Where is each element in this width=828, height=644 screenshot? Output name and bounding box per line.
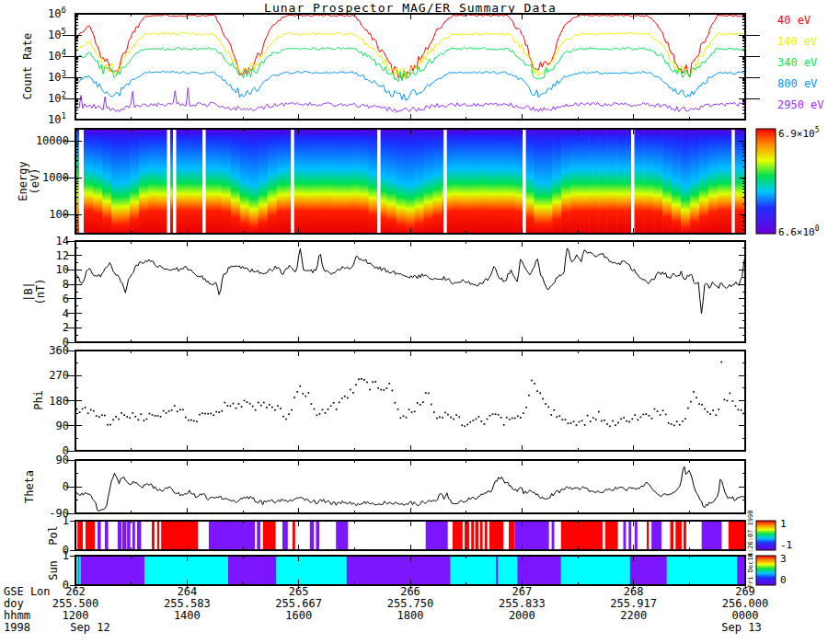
phi-dot: [690, 401, 692, 403]
phi-dot: [291, 409, 293, 411]
spectrogram-column: [249, 129, 259, 234]
strip-segment: [675, 521, 682, 550]
strip-segment: [282, 521, 288, 550]
phi-dot: [388, 383, 390, 385]
phi-dot: [587, 415, 589, 417]
y-axis-title-bfield: |B|(nT): [23, 279, 47, 305]
phi-dot: [464, 426, 466, 428]
plot-timestamp-line2: Fri Dec 4: [747, 553, 754, 588]
theta-panel: 900-90: [75, 460, 745, 513]
axis-box: [75, 351, 745, 451]
spectrogram-column: [524, 129, 535, 234]
strip-segment: [647, 521, 649, 550]
phi-dot: [623, 417, 625, 419]
phi-dot: [476, 419, 477, 420]
spectrogram-column: [360, 129, 370, 234]
x-tick-label: 1800: [397, 609, 424, 622]
phi-dot: [213, 414, 214, 416]
y-axis-title-text: Pol: [48, 525, 60, 546]
phi-dot: [444, 412, 446, 414]
strip-segment: [228, 556, 276, 585]
energy-spectrogram-panel: 100001000100: [75, 129, 745, 234]
colorbar-label-base: 6.6×10: [778, 226, 815, 238]
phi-dot: [218, 411, 220, 413]
strip-segment: [426, 521, 448, 550]
spectrogram-column: [497, 129, 507, 234]
phi-dot: [339, 402, 340, 404]
phi-dot: [433, 411, 435, 413]
phi-dot: [492, 413, 494, 415]
strip-segment: [476, 521, 479, 550]
y-tick-label: 0: [63, 480, 69, 493]
series-line-340eV: [75, 48, 745, 82]
phi-dot: [654, 408, 656, 410]
spectrogram-column: [718, 129, 728, 234]
phi-dot: [138, 419, 140, 420]
phi-dot: [174, 405, 176, 407]
phi-dot: [101, 414, 103, 416]
spectrogram-column: [607, 129, 617, 234]
phi-dot: [255, 409, 257, 411]
phi-dot: [523, 412, 524, 414]
phi-dot: [657, 410, 659, 412]
phi-dot: [352, 392, 354, 394]
phi-dot: [606, 423, 608, 425]
legend-item-40eV: 40 eV: [777, 14, 811, 27]
phi-dot: [531, 380, 533, 382]
legend-item-340eV: 340 eV: [777, 56, 817, 69]
phi-dot: [201, 412, 203, 414]
y-tick-label: 6: [63, 293, 69, 305]
phi-dot: [179, 409, 181, 411]
phi-dot: [274, 409, 276, 411]
strip-segment: [561, 521, 603, 550]
strip-segment: [293, 521, 295, 550]
legend-item-800eV: 800 eV: [777, 77, 817, 90]
bfield-line: [75, 248, 745, 314]
theta-line: [75, 466, 745, 511]
sun-colorbar: [756, 556, 776, 585]
strip-segment: [161, 521, 198, 550]
phi-dot: [288, 413, 290, 415]
phi-dot: [559, 415, 561, 417]
phi-dot: [369, 389, 371, 391]
y-tick-label: 180: [49, 395, 69, 408]
phi-dot: [383, 389, 385, 391]
phi-dot: [512, 418, 513, 420]
x-tick-label: 256.000: [722, 597, 769, 610]
phi-dot: [442, 417, 443, 419]
phi-dot: [687, 408, 689, 409]
strip-segment: [98, 521, 101, 550]
phi-dot: [188, 420, 190, 421]
y-axis-title-count-rate: Count Rate: [22, 33, 34, 99]
spectrogram-column: [213, 129, 223, 234]
spectrogram-column: [432, 129, 443, 234]
spectrogram-column: [341, 129, 351, 234]
phi-dot: [230, 405, 232, 407]
spectrogram-column: [460, 129, 470, 234]
phi-dot: [487, 419, 489, 420]
strip-segment: [79, 556, 81, 585]
spectrogram-column: [111, 129, 121, 234]
spectrogram-column: [423, 129, 433, 234]
phi-dot: [604, 420, 605, 421]
strip-segment: [489, 521, 503, 550]
phi-dot: [395, 402, 397, 404]
spectrogram-column: [231, 129, 241, 234]
phi-dot: [693, 391, 695, 393]
data-gap: [731, 129, 735, 234]
phi-dot: [534, 383, 535, 385]
spectrogram-colorbar-min-label: 6.6×100: [778, 224, 820, 238]
phi-dot: [263, 402, 265, 404]
phi-dot: [280, 408, 282, 409]
x-tick-label: Sep 13: [721, 621, 761, 634]
x-tick-label: 255.500: [52, 597, 99, 610]
x-tick-label: 255.583: [164, 597, 211, 610]
x-tick-label: 255.917: [610, 597, 657, 610]
spectrogram-column: [644, 129, 654, 234]
phi-dot: [579, 421, 581, 423]
phi-dot: [305, 396, 306, 397]
strip-segment: [336, 521, 348, 550]
phi-dot: [601, 420, 603, 422]
phi-dot: [266, 407, 268, 408]
spectrogram-column: [589, 129, 599, 234]
